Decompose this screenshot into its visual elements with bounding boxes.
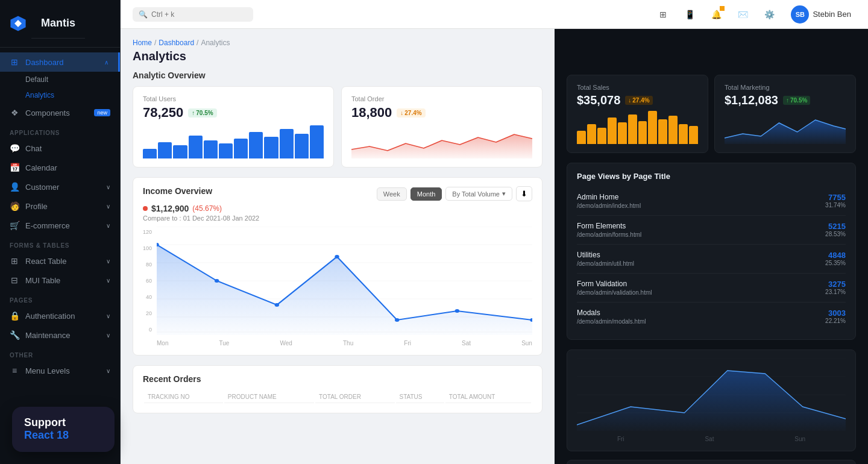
sidebar-item-maintenance[interactable]: 🔧 Maintenance ∨ [0, 325, 120, 345]
dropdown-chevron-icon: ▾ [502, 190, 506, 198]
bar9 [264, 137, 278, 158]
pv-left-5: Modals /demo/admin/modals.html [577, 309, 646, 325]
menu-levels-icon: ≡ [10, 366, 19, 375]
pv-item-3: Utilities /demo/admin/util.html 4848 25.… [577, 245, 846, 274]
page-views-title: Page Views by Page Title [577, 172, 846, 181]
sidebar-item-dashboard[interactable]: ⊞ Dashboard ∧ [0, 52, 120, 72]
chevron-right-icon2: ∨ [106, 203, 110, 210]
stat-orders-badge: ↓ 27.4% [397, 108, 425, 118]
grid-icon[interactable]: ⊞ [653, 5, 673, 24]
chevron-right-icon5: ∨ [106, 277, 110, 284]
main-area: 🔍 ⊞ 📱 🔔 ✉️ ⚙️ SB Stebin Ben [121, 0, 868, 464]
month-toggle-button[interactable]: Month [410, 187, 442, 201]
bar5 [204, 140, 218, 158]
section-other: Other [0, 345, 120, 361]
mui-table-icon: ⊟ [10, 275, 19, 285]
download-button[interactable]: ⬇ [516, 186, 532, 201]
marketing-area-chart [725, 111, 846, 144]
s-bar7 [638, 121, 647, 145]
pv-item-2: Form Elements /demo/admin/forms.html 521… [577, 216, 846, 245]
income-header: Income Overview Week Month By Total Volu… [143, 186, 532, 201]
profile-icon: 🧑 [10, 201, 19, 211]
chevron-right-icon8: ∨ [106, 368, 110, 374]
sidebar-item-analytics[interactable]: Analytics [0, 87, 120, 103]
page-title: Analytics [133, 49, 542, 63]
bar7 [234, 139, 248, 158]
bar6 [219, 143, 233, 158]
page-views-section: Page Views by Page Title Admin Home /dem… [567, 163, 856, 340]
section-applications: Applications [0, 122, 120, 139]
s-bar4 [608, 118, 617, 144]
breadcrumb-dashboard[interactable]: Dashboard [159, 39, 194, 47]
volume-dropdown-button[interactable]: By Total Volume ▾ [445, 187, 512, 201]
sidebar-item-profile[interactable]: 🧑 Profile ∨ [0, 196, 120, 216]
col-product: PRODUCT NAME [224, 391, 314, 403]
income-section: Income Overview Week Month By Total Volu… [133, 177, 542, 356]
sidebar-item-mui-table[interactable]: ⊟ MUI Table ∨ [0, 271, 120, 290]
week-toggle-button[interactable]: Week [377, 187, 407, 201]
topbar-search-input[interactable] [151, 10, 230, 19]
grid-icon-wrap: ⊞ [653, 5, 673, 24]
stat-card-orders: Total Order 18,800 ↓ 27.4% [341, 86, 542, 168]
pv-right-5: 3003 22.21% [825, 309, 846, 324]
stat-users-badge: ↑ 70.5% [188, 108, 216, 118]
right-panel: Total Sales $35,078 ↓ 27.4% [555, 29, 868, 464]
sidebar-item-authentication[interactable]: 🔒 Authentication ∨ [0, 306, 120, 325]
support-text2: React 18 [24, 429, 102, 442]
s-bar2 [587, 124, 596, 144]
sidebar-item-menu-levels[interactable]: ≡ Menu Levels ∨ [0, 361, 120, 380]
dark-chart-labels: Fri Sat Sun [577, 433, 846, 442]
dark-stat-cards: Total Sales $35,078 ↓ 27.4% [567, 75, 856, 153]
breadcrumb-current: Analytics [201, 39, 230, 47]
s-bar5 [618, 122, 627, 144]
orders-area-chart [351, 125, 532, 158]
income-metric: $1,12,900 (45.67%) [143, 204, 532, 213]
pv-right-3: 4848 25.35% [825, 251, 846, 266]
s-bar6 [628, 114, 637, 145]
left-panel: Home / Dashboard / Analytics Analytics A… [121, 29, 555, 464]
topbar-search-icon: 🔍 [139, 10, 148, 19]
bar11 [295, 134, 309, 158]
pv-item-1: Admin Home /demo/admin/index.html 7755 3… [577, 187, 846, 216]
pv-left-1: Admin Home /demo/admin/index.html [577, 193, 641, 209]
col-total-amount: TOTAL AMOUNT [445, 391, 531, 403]
pv-item-4: Form Validation /demo/admin/validation.h… [577, 274, 846, 303]
sidebar-item-ecommerce[interactable]: 🛒 E-commerce ∨ [0, 216, 120, 235]
topbar-search-container[interactable]: 🔍 [133, 7, 253, 22]
settings-icon[interactable]: ⚙️ [760, 5, 779, 24]
content-split: Home / Dashboard / Analytics Analytics A… [121, 29, 868, 464]
sidebar-item-calendar[interactable]: 📅 Calendar [0, 158, 120, 177]
sidebar-item-customer[interactable]: 👤 Customer ∨ [0, 177, 120, 196]
income-value: $1,12,900 [151, 204, 189, 213]
sidebar-item-chat[interactable]: 💬 Chat [0, 139, 120, 158]
message-icon[interactable]: ✉️ [733, 5, 752, 24]
bar12 [310, 125, 324, 158]
breadcrumb-home[interactable]: Home [133, 39, 152, 47]
orders-title: Recent Orders [143, 374, 532, 384]
col-tracking: TRACKING NO [144, 391, 223, 403]
breadcrumb: Home / Dashboard / Analytics [133, 39, 542, 47]
dark-marketing-badge: ↑ 70.5% [783, 96, 810, 105]
support-badge[interactable]: Support React 18 [12, 407, 115, 452]
dark-sales-label: Total Sales [577, 84, 698, 91]
dark-area-chart [577, 359, 846, 431]
sidebar-item-react-table[interactable]: ⊞ React Table ∨ [0, 251, 120, 271]
sidebar-item-components[interactable]: ❖ Components new [0, 103, 120, 122]
ecommerce-icon: 🛒 [10, 221, 19, 230]
income-compare: Compare to : 01 Dec 2021-08 Jan 2022 [143, 215, 532, 222]
svg-point-10 [335, 255, 339, 259]
chevron-right-icon6: ∨ [106, 313, 110, 319]
stat-users-value-row: 78,250 ↑ 70.5% [143, 105, 324, 121]
phone-icon[interactable]: 📱 [680, 5, 699, 24]
dark-sales-badge: ↓ 27.4% [625, 96, 652, 105]
pv-left-4: Form Validation /demo/admin/validation.h… [577, 280, 652, 296]
dashboard-icon: ⊞ [10, 57, 19, 67]
s-bar11 [679, 124, 688, 144]
pv-left-3: Utilities /demo/admin/util.html [577, 251, 634, 267]
user-menu[interactable]: SB Stebin Ben [786, 3, 856, 26]
section-forms: Forms & Tables [0, 235, 120, 251]
logo-icon [10, 15, 27, 32]
svg-point-8 [215, 279, 219, 283]
income-chart-area: 120 100 80 60 40 20 0 [143, 227, 532, 346]
sidebar-item-default[interactable]: Default [0, 72, 120, 87]
